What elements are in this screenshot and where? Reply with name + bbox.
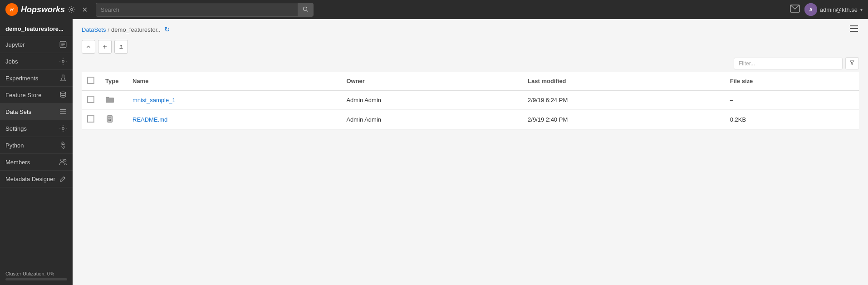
svg-marker-25 (850, 61, 854, 64)
up-arrow-icon (85, 44, 92, 50)
row-2-name[interactable]: README.md (127, 110, 341, 130)
column-owner: Owner (341, 72, 522, 90)
column-name: Name (127, 72, 341, 90)
svg-point-2 (71, 9, 73, 11)
navigate-up-button[interactable] (82, 40, 95, 54)
sidebar: demo_featurestore... Jupyter Jobs Experi… (0, 19, 73, 285)
mail-icon[interactable] (790, 5, 800, 15)
jobs-icon (59, 57, 67, 65)
row-1-checkbox[interactable] (87, 96, 94, 103)
sidebar-label-python: Python (5, 142, 59, 149)
breadcrumb-root[interactable]: DataSets (82, 26, 106, 33)
row-2-modified: 2/9/19 2:40 PM (522, 110, 725, 130)
row-checkbox-cell-2 (82, 110, 100, 130)
brand-icon: H (5, 3, 18, 16)
svg-point-17 (61, 159, 64, 162)
filter-button[interactable] (845, 57, 859, 69)
sidebar-label-jupyter: Jupyter (5, 41, 59, 48)
envelope-icon (790, 5, 800, 13)
metadata-designer-icon (59, 175, 67, 183)
search-bar (96, 3, 314, 17)
datasets-icon (59, 108, 67, 116)
main-layout: demo_featurestore... Jupyter Jobs Experi… (0, 19, 868, 285)
avatar: A (804, 3, 817, 16)
column-last-modified: Last modified (522, 72, 725, 90)
sidebar-label-members: Members (5, 159, 59, 166)
row-1-filesize: – (725, 90, 859, 110)
brand-name: Hopsworks (21, 5, 65, 15)
row-1-name[interactable]: mnist_sample_1 (127, 90, 341, 110)
svg-point-16 (64, 146, 64, 147)
row-2-filesize: 0.2KB (725, 110, 859, 130)
folder-icon (105, 95, 114, 103)
row-1-modified: 2/9/19 6:24 PM (522, 90, 725, 110)
close-button[interactable]: × (82, 5, 88, 15)
sidebar-item-jobs[interactable]: Jobs (0, 53, 73, 70)
svg-text:md: md (108, 116, 111, 118)
sidebar-label-metadata-designer: Metadata Designer (5, 176, 59, 182)
svg-point-3 (303, 7, 307, 10)
sidebar-project-name: demo_featurestore... (0, 21, 73, 36)
select-all-checkbox[interactable] (87, 77, 94, 84)
svg-point-18 (64, 159, 66, 162)
sidebar-label-datasets: Data Sets (5, 108, 59, 115)
row-2-type: md (100, 110, 127, 130)
table-wrapper: Type Name Owner Last modified File size (73, 57, 868, 285)
brand-logo: H Hopsworks (5, 3, 76, 16)
jupyter-icon (59, 40, 67, 49)
breadcrumb-separator: / (108, 26, 109, 33)
svg-point-12 (62, 60, 64, 63)
members-icon (59, 158, 67, 166)
svg-point-15 (62, 143, 63, 144)
sidebar-item-jupyter[interactable]: Jupyter (0, 36, 73, 53)
user-name: admin@kth.se (820, 6, 858, 13)
table-header: Type Name Owner Last modified File size (82, 72, 859, 90)
refresh-icon[interactable]: ↻ (164, 25, 170, 34)
table-row: md README.md Admin Admin 2/9/19 2:40 PM … (82, 110, 859, 130)
row-1-type (100, 90, 127, 110)
filter-input[interactable] (734, 58, 843, 69)
row-checkbox-cell-1 (82, 90, 100, 110)
column-file-size: File size (725, 72, 859, 90)
header-checkbox-cell (82, 72, 100, 90)
row-1-owner: Admin Admin (341, 90, 522, 110)
new-folder-button[interactable] (98, 40, 112, 54)
avatar-icon: A (804, 3, 817, 16)
table-row: mnist_sample_1 Admin Admin 2/9/19 6:24 P… (82, 90, 859, 110)
sidebar-item-experiments[interactable]: Experiments (0, 70, 73, 87)
cluster-utilization-bar (5, 278, 67, 280)
settings-icon (59, 124, 67, 133)
column-type: Type (100, 72, 127, 90)
sidebar-item-python[interactable]: Python (0, 137, 73, 154)
svg-point-13 (60, 92, 66, 94)
table-body: mnist_sample_1 Admin Admin 2/9/19 6:24 P… (82, 90, 859, 130)
data-table: Type Name Owner Last modified File size (82, 72, 859, 130)
experiments-icon (59, 74, 67, 82)
sidebar-item-settings[interactable]: Settings (0, 120, 73, 137)
file-cloud-icon: md (105, 114, 114, 123)
search-input[interactable] (96, 4, 298, 16)
row-2-checkbox[interactable] (87, 115, 94, 123)
filter-bar (82, 57, 859, 69)
cluster-utilization: Cluster Utilization: 0% (0, 266, 73, 285)
sidebar-item-metadata-designer[interactable]: Metadata Designer (0, 171, 73, 187)
sidebar-item-datasets[interactable]: Data Sets (0, 103, 73, 120)
sidebar-item-featurestore[interactable]: Feature Store (0, 87, 73, 103)
brand-gear-icon (68, 5, 76, 14)
upload-icon (118, 44, 124, 50)
navbar: H Hopsworks × A admin@kth.se ▾ (0, 0, 868, 19)
chevron-down-icon: ▾ (860, 7, 863, 12)
svg-text:H: H (10, 7, 14, 12)
toolbar (73, 38, 868, 57)
filter-icon (849, 60, 855, 65)
search-button[interactable] (298, 3, 313, 16)
user-menu[interactable]: A admin@kth.se ▾ (804, 3, 863, 16)
upload-button[interactable] (114, 40, 128, 54)
sidebar-label-jobs: Jobs (5, 58, 59, 65)
sidebar-item-members[interactable]: Members (0, 154, 73, 171)
hamburger-icon (849, 25, 859, 33)
content-area: DataSets / demo_featurestor.. ↻ (73, 19, 868, 285)
cluster-utilization-label: Cluster Utilization: 0% (5, 271, 54, 276)
breadcrumb-menu-button[interactable] (849, 25, 859, 34)
svg-text:A: A (809, 7, 812, 12)
